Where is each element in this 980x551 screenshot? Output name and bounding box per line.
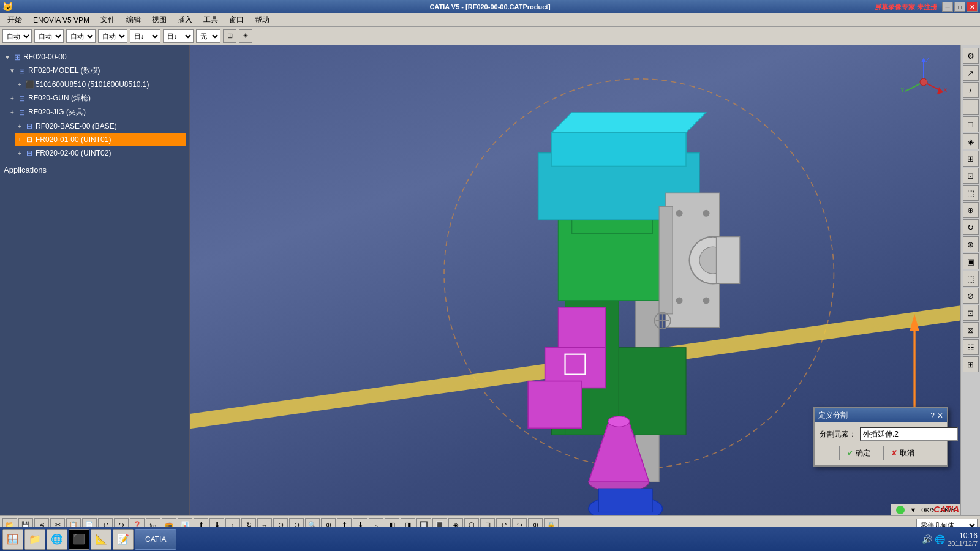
taskbar-right: 🔊 🌐 10:16 2011/12/7 (922, 531, 978, 547)
expand-icon: ▼ (4, 53, 11, 61)
toolbar-icon-1[interactable]: ⊞ (223, 29, 236, 43)
rt-btn-minus[interactable]: — (963, 99, 979, 115)
menu-item-窗口[interactable]: 窗口 (224, 13, 249, 26)
svg-text:X: X (943, 87, 948, 94)
menu-item-视图[interactable]: 视图 (147, 13, 172, 26)
expand-icon: + (16, 81, 23, 88)
tree-item-3[interactable]: + ⊟ RF020-JIG (夹具) (7, 105, 186, 119)
clock-time: 10:16 (948, 531, 978, 540)
menu-item-ENOVIA V5 VPM[interactable]: ENOVIA V5 VPM (28, 15, 94, 26)
rt-btn-box3[interactable]: ⊠ (963, 322, 979, 338)
part-icon: ⊟ (17, 108, 27, 118)
rt-btn-dashed[interactable]: ⬚ (963, 185, 979, 201)
rt-btn-rect[interactable]: □ (963, 116, 979, 132)
svg-text:Z: Z (925, 58, 929, 64)
maximize-button[interactable]: □ (954, 2, 965, 12)
cancel-icon: ✘ (891, 449, 897, 457)
part-icon: ⊟ (24, 121, 34, 131)
catia-icon: 🐱 (2, 2, 13, 12)
tree-item-label-4: RF020-BASE-00 (BASE) (36, 122, 117, 130)
clock-display: 10:16 2011/12/7 (948, 531, 978, 547)
menu-item-文件[interactable]: 文件 (96, 13, 120, 26)
tree-item-4[interactable]: + ⊟ RF020-BASE-00 (BASE) (15, 119, 186, 133)
expand-icon: + (16, 122, 23, 130)
rt-btn-layers[interactable]: ▣ (963, 253, 979, 269)
dialog-cancel-button[interactable]: ✘ 取消 (883, 446, 922, 460)
taskbar-folder[interactable]: 📁 (24, 529, 45, 550)
minimize-button[interactable]: ─ (942, 2, 953, 12)
dialog-help-button[interactable]: ? (930, 411, 935, 420)
rt-btn-box[interactable]: ⊡ (963, 168, 979, 184)
rt-btn-target[interactable]: ⊛ (963, 236, 979, 252)
svg-text:Y: Y (900, 87, 905, 94)
toolbar-icon-2[interactable]: ☀ (239, 29, 252, 43)
tree-item-label-5: FR020-01-00 (UINT01) (36, 135, 111, 144)
rt-btn-grid2[interactable]: ⊞ (963, 356, 979, 372)
dialog-title-text: 定义分割 (818, 410, 848, 421)
taskbar-word[interactable]: 📝 (113, 529, 134, 550)
dialog-close-button[interactable]: ✕ (937, 411, 943, 420)
taskbar-browser[interactable]: 🌐 (47, 529, 67, 550)
clock-date: 2011/12/7 (948, 540, 978, 547)
toolbar-select-7[interactable]: 无 (196, 29, 221, 43)
green-indicator (896, 506, 905, 514)
tree-root-label: RF020-00-00 (23, 53, 67, 61)
svg-point-42 (920, 78, 927, 86)
start-button[interactable]: 🪟 (2, 529, 23, 550)
toolbar-select-2[interactable]: 自动 (34, 29, 64, 43)
toolbar-select-1[interactable]: 自动 (2, 29, 32, 43)
dialog-titlebar: 定义分割 ? ✕ (815, 408, 947, 422)
ok-icon: ✔ (847, 449, 853, 457)
close-button[interactable]: ✕ (967, 2, 978, 12)
toolbar-select-6[interactable]: 目↓ (163, 29, 194, 43)
tree-item-6[interactable]: + ⊟ FR020-02-00 (UINT02) (15, 146, 186, 160)
tree-panel: ▼ ⊞ RF020-00-00 ▼ ⊟ RF020-MODEL (数模) + ⬛… (0, 45, 190, 515)
titlebar: 🐱 CATIA V5 - [RF020-00-00.CATProduct] 屏幕… (0, 0, 980, 13)
menu-item-帮助[interactable]: 帮助 (250, 13, 274, 26)
tree-item-1[interactable]: + ⬛ 5101600U8510 (5101600U8510.1) (15, 78, 186, 91)
toolbar-select-5[interactable]: 目↓ (130, 29, 160, 43)
expand-icon: ▼ (9, 67, 16, 75)
tree-item-2[interactable]: + ⊟ RF020-GUN (焊枪) (7, 91, 186, 105)
expand-icon: + (9, 109, 16, 116)
taskbar-black[interactable]: ⬛ (69, 529, 89, 550)
dialog-field-input[interactable] (860, 427, 958, 441)
applications-label: Applications (2, 163, 186, 176)
rt-btn-plus[interactable]: ⊕ (963, 202, 979, 218)
toolbar-select-3[interactable]: 自动 (66, 29, 96, 43)
rt-btn-arrow[interactable]: ↗ (963, 65, 979, 81)
menu-item-工具[interactable]: 工具 (198, 13, 223, 26)
rt-btn-settings[interactable]: ⚙ (963, 48, 979, 64)
tree-item-label-6: FR020-02-00 (UINT02) (36, 149, 111, 157)
rt-btn-empty[interactable]: ⬚ (963, 271, 979, 287)
taskbar-draw[interactable]: 📐 (91, 529, 111, 550)
catia-logo: CATIA (933, 504, 959, 514)
svg-rect-12 (659, 206, 673, 314)
tray-icon-1: 🔊 (922, 534, 932, 544)
menu-item-开始[interactable]: 开始 (2, 13, 27, 26)
svg-rect-22 (528, 381, 582, 429)
toolbar-select-4[interactable]: 自动 (98, 29, 127, 43)
menu-item-编辑[interactable]: 编辑 (121, 13, 146, 26)
taskbar-catia-label[interactable]: CATIA (135, 529, 176, 550)
menu-item-插入[interactable]: 插入 (173, 13, 197, 26)
dialog-ok-button[interactable]: ✔ 确定 (839, 446, 878, 460)
rt-btn-grid[interactable]: ⊞ (963, 151, 979, 167)
tree-root[interactable]: ▼ ⊞ RF020-00-00 (2, 50, 186, 64)
svg-rect-9 (552, 133, 686, 167)
rt-btn-line[interactable]: / (963, 82, 979, 98)
dialog-field-row: 分割元素： (820, 427, 942, 441)
main-area: ▼ ⊞ RF020-00-00 ▼ ⊟ RF020-MODEL (数模) + ⬛… (0, 45, 980, 515)
rt-btn-ban[interactable]: ⊘ (963, 288, 979, 304)
3d-viewport[interactable]: Z X Y 定义分割 ? ✕ (190, 45, 960, 515)
dialog-field-label: 分割元素： (820, 429, 856, 440)
tree-item-5[interactable]: + ⊟ FR020-01-00 (UINT01) (15, 133, 186, 146)
part-icon: ⊟ (17, 94, 27, 103)
tree-item-0[interactable]: ▼ ⊟ RF020-MODEL (数模) (7, 64, 186, 78)
rt-btn-lines[interactable]: ☷ (963, 339, 979, 355)
rt-btn-box2[interactable]: ⊡ (963, 305, 979, 321)
rt-btn-diamond[interactable]: ◈ (963, 133, 979, 149)
rt-btn-rotate[interactable]: ↻ (963, 219, 979, 235)
tree-item-label-0: RF020-MODEL (数模) (28, 66, 100, 76)
svg-marker-38 (937, 87, 943, 94)
